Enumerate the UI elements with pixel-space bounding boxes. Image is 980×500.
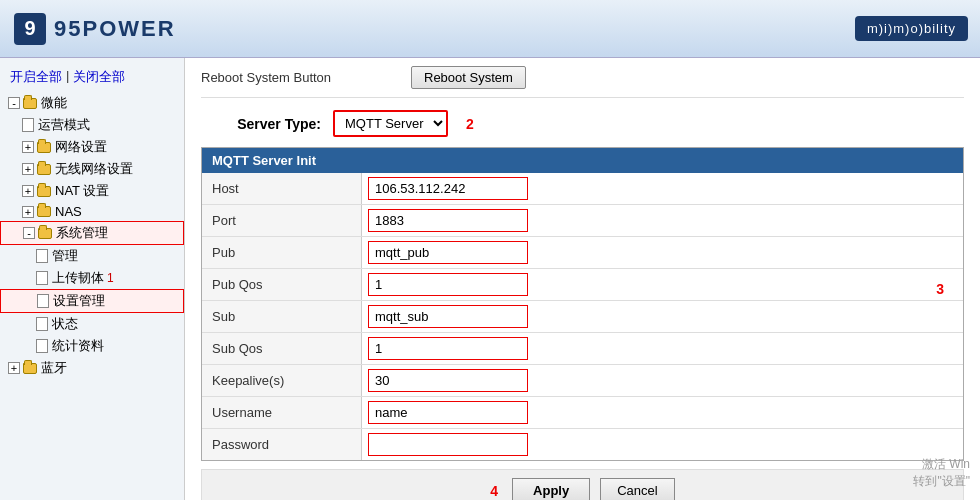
sidebar-item-nas[interactable]: + NAS (0, 202, 184, 221)
mqtt-field-input-sub-qos[interactable] (368, 337, 528, 360)
mqtt-section-header: MQTT Server Init (202, 148, 963, 173)
open-all-link[interactable]: 开启全部 (10, 68, 62, 86)
mqtt-field-value (362, 269, 963, 300)
mqtt-field-label: Sub (202, 301, 362, 332)
sidebar-item-guanli[interactable]: 管理 (0, 245, 184, 267)
server-type-select-wrap: MQTT Server HTTP Server None (333, 110, 448, 137)
mqtt-field-input-pub-qos[interactable] (368, 273, 528, 296)
sidebar-top-links: 开启全部 | 关闭全部 (0, 64, 184, 92)
file-icon (36, 249, 48, 263)
mqtt-field-label: Keepalive(s) (202, 365, 362, 396)
sidebar-item-wangluo[interactable]: + 网络设置 (0, 136, 184, 158)
file-icon (22, 118, 34, 132)
mimo-badge: m)i)m)o)bility (855, 16, 968, 41)
mqtt-field-input-host[interactable] (368, 177, 528, 200)
expand-icon: + (8, 362, 20, 374)
mqtt-field-label: Pub Qos (202, 269, 362, 300)
server-type-row: Server Type: MQTT Server HTTP Server Non… (201, 110, 964, 137)
svg-text:9: 9 (24, 17, 35, 39)
sidebar-item-shezhi[interactable]: 设置管理 (0, 289, 184, 313)
header: 9 95POWER m)i)m)o)bility (0, 0, 980, 58)
mqtt-fields: HostPortPubPub QosSubSub QosKeepalive(s)… (202, 173, 963, 460)
expand-icon: + (22, 185, 34, 197)
sidebar-item-label: 系统管理 (56, 224, 108, 242)
annotation-2: 2 (466, 116, 474, 132)
file-icon (37, 294, 49, 308)
mqtt-row: Username (202, 397, 963, 429)
expand-icon: - (8, 97, 20, 109)
mqtt-field-input-username[interactable] (368, 401, 528, 424)
mqtt-field-input-pub[interactable] (368, 241, 528, 264)
sidebar-item-xitong[interactable]: - 系统管理 (0, 221, 184, 245)
expand-icon: - (23, 227, 35, 239)
reboot-row: Reboot System Button Reboot System (201, 66, 964, 98)
sidebar-item-label: 运营模式 (38, 116, 90, 134)
apply-button[interactable]: Apply (512, 478, 590, 500)
close-all-link[interactable]: 关闭全部 (73, 68, 125, 86)
sidebar-item-yunying[interactable]: 运营模式 (0, 114, 184, 136)
mqtt-section: MQTT Server Init HostPortPubPub QosSubSu… (201, 147, 964, 461)
mqtt-row: Host (202, 173, 963, 205)
file-icon (36, 271, 48, 285)
sidebar-item-label: NAS (55, 204, 82, 219)
folder-icon (37, 186, 51, 197)
annotation-4: 4 (490, 483, 498, 499)
sidebar-item-shangchuan[interactable]: 上传韧体 1 (0, 267, 184, 289)
sidebar-item-lanya[interactable]: + 蓝牙 (0, 357, 184, 379)
sidebar-item-tongji[interactable]: 统计资料 (0, 335, 184, 357)
badge-1: 1 (107, 271, 114, 285)
reboot-label: Reboot System Button (201, 70, 401, 85)
mqtt-field-label: Host (202, 173, 362, 204)
logo-icon: 9 (12, 11, 48, 47)
sidebar-item-weike[interactable]: - 微能 (0, 92, 184, 114)
logo-text: 95POWER (54, 16, 176, 42)
logo: 9 95POWER (12, 11, 176, 47)
watermark-line1: 激活 Win (913, 456, 970, 473)
mqtt-field-input-keepalive-s-[interactable] (368, 369, 528, 392)
mqtt-field-value (362, 333, 963, 364)
mqtt-row: Sub Qos (202, 333, 963, 365)
mqtt-field-label: Username (202, 397, 362, 428)
mqtt-field-input-port[interactable] (368, 209, 528, 232)
annotation-3: 3 (936, 281, 944, 297)
folder-icon (37, 142, 51, 153)
sidebar-item-label: 设置管理 (53, 292, 105, 310)
expand-icon: + (22, 141, 34, 153)
mqtt-field-value (362, 205, 963, 236)
mqtt-field-value (362, 365, 963, 396)
file-icon (36, 317, 48, 331)
sidebar-item-label: 管理 (52, 247, 78, 265)
folder-icon (37, 206, 51, 217)
mqtt-field-value (362, 397, 963, 428)
mqtt-field-label: Port (202, 205, 362, 236)
mqtt-field-label: Sub Qos (202, 333, 362, 364)
sidebar: 开启全部 | 关闭全部 - 微能 运营模式 + 网络设置 + 无线网络设置 + … (0, 58, 185, 500)
sidebar-item-label: 微能 (41, 94, 67, 112)
mqtt-row: Pub (202, 237, 963, 269)
folder-icon (23, 98, 37, 109)
layout: 开启全部 | 关闭全部 - 微能 运营模式 + 网络设置 + 无线网络设置 + … (0, 58, 980, 500)
sidebar-item-nat[interactable]: + NAT 设置 (0, 180, 184, 202)
reboot-button[interactable]: Reboot System (411, 66, 526, 89)
mqtt-field-input-sub[interactable] (368, 305, 528, 328)
expand-icon: + (22, 206, 34, 218)
server-type-select[interactable]: MQTT Server HTTP Server None (335, 112, 446, 135)
cancel-button[interactable]: Cancel (600, 478, 674, 500)
sidebar-item-wuxian[interactable]: + 无线网络设置 (0, 158, 184, 180)
expand-icon: + (22, 163, 34, 175)
mqtt-row: Keepalive(s) (202, 365, 963, 397)
mqtt-field-value (362, 173, 963, 204)
watermark-line2: 转到"设置" (913, 473, 970, 490)
sidebar-item-label: 无线网络设置 (55, 160, 133, 178)
sidebar-item-zhuangtai[interactable]: 状态 (0, 313, 184, 335)
mqtt-field-label: Password (202, 429, 362, 460)
sidebar-item-label: 状态 (52, 315, 78, 333)
mqtt-field-value (362, 301, 963, 332)
mqtt-field-label: Pub (202, 237, 362, 268)
server-type-label: Server Type: (201, 116, 321, 132)
mqtt-field-input-password[interactable] (368, 433, 528, 456)
sidebar-item-label: 上传韧体 (52, 269, 104, 287)
mqtt-row: Pub Qos (202, 269, 963, 301)
folder-icon (37, 164, 51, 175)
sidebar-item-label: 统计资料 (52, 337, 104, 355)
